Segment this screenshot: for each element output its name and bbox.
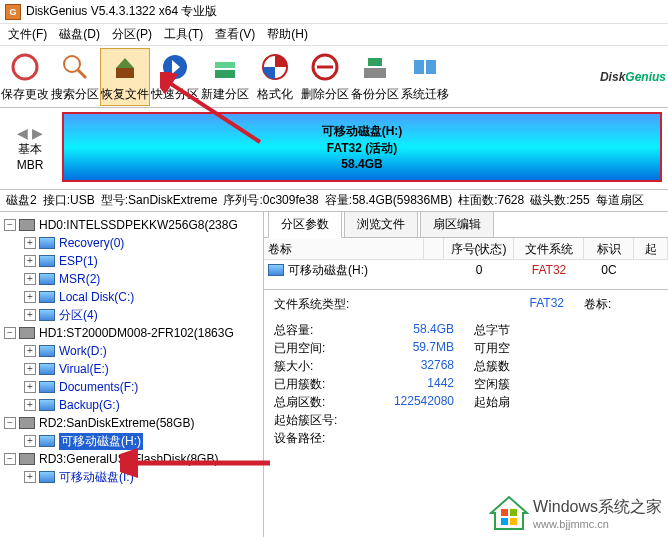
expand-icon[interactable]: +: [24, 363, 36, 375]
menu-view[interactable]: 查看(V): [209, 24, 261, 45]
grid-header: 卷标 序号(状态) 文件系统 标识 起: [264, 238, 668, 260]
col-empty[interactable]: [424, 238, 444, 259]
expand-icon[interactable]: +: [24, 471, 36, 483]
tree-disk-hd0[interactable]: −HD0:INTELSSDPEKKW256G8(238G: [2, 216, 261, 234]
tabs: 分区参数 浏览文件 扇区编辑: [264, 212, 668, 238]
col-fs[interactable]: 文件系统: [514, 238, 584, 259]
expand-icon[interactable]: +: [24, 309, 36, 321]
tab-sector[interactable]: 扇区编辑: [420, 212, 494, 237]
menu-file[interactable]: 文件(F): [2, 24, 53, 45]
fstype-label: 文件系统类型:: [274, 296, 364, 314]
title-bar: G DiskGenius V5.4.3.1322 x64 专业版: [0, 0, 668, 24]
watermark-title: Windows系统之家: [533, 497, 662, 518]
brand-logo: DiskGenius: [600, 54, 666, 88]
right-panel: 分区参数 浏览文件 扇区编辑 卷标 序号(状态) 文件系统 标识 起 可移动磁盘…: [264, 212, 668, 537]
menu-disk[interactable]: 磁盘(D): [53, 24, 106, 45]
tree-disk-rd3[interactable]: −RD3:GeneralUSBFlashDisk(8GB): [2, 450, 261, 468]
tool-save[interactable]: 保存更改: [0, 48, 50, 106]
tree-disk-rd2[interactable]: −RD2:SanDiskExtreme(58GB): [2, 414, 261, 432]
tab-params[interactable]: 分区参数: [268, 212, 342, 238]
cell-volume: 可移动磁盘(H:): [264, 260, 424, 281]
tree-part[interactable]: +分区(4): [2, 306, 261, 324]
expand-icon[interactable]: +: [24, 399, 36, 411]
disk-mbr: MBR: [17, 158, 44, 172]
expand-icon[interactable]: +: [24, 237, 36, 249]
status-diskno: 磁盘2: [6, 192, 37, 209]
partition-icon: [39, 291, 55, 303]
svg-rect-3: [116, 68, 134, 78]
svg-line-2: [78, 70, 86, 78]
expand-icon[interactable]: +: [24, 435, 36, 447]
nav-arrows-icon[interactable]: ◀ ▶: [17, 125, 43, 141]
partition-fs: FAT32 (活动): [327, 140, 397, 157]
tab-browse[interactable]: 浏览文件: [344, 212, 418, 237]
tool-backup[interactable]: 备份分区: [350, 48, 400, 106]
svg-rect-18: [501, 509, 508, 516]
partition-icon: [39, 345, 55, 357]
svg-rect-8: [215, 62, 235, 68]
tree-part[interactable]: +ESP(1): [2, 252, 261, 270]
tree-part[interactable]: +Documents(F:): [2, 378, 261, 396]
recover-icon: [108, 50, 142, 84]
svg-rect-15: [426, 60, 436, 74]
svg-rect-12: [364, 68, 386, 78]
collapse-icon[interactable]: −: [4, 327, 16, 339]
tree-part[interactable]: +MSR(2): [2, 270, 261, 288]
tree-part-selected[interactable]: +可移动磁盘(H:): [2, 432, 261, 450]
partition-icon: [39, 363, 55, 375]
expand-icon[interactable]: +: [24, 273, 36, 285]
search-icon: [58, 50, 92, 84]
menu-partition[interactable]: 分区(P): [106, 24, 158, 45]
collapse-icon[interactable]: −: [4, 453, 16, 465]
tool-recover[interactable]: 恢复文件: [100, 48, 150, 106]
tool-migrate[interactable]: 系统迁移: [400, 48, 450, 106]
tool-search[interactable]: 搜索分区: [50, 48, 100, 106]
tool-format[interactable]: 格式化: [250, 48, 300, 106]
disk-type: 基本: [18, 141, 42, 158]
partition-icon: [39, 399, 55, 411]
svg-rect-13: [368, 58, 382, 66]
tree-part[interactable]: +Work(D:): [2, 342, 261, 360]
app-icon: G: [5, 4, 21, 20]
tree-part[interactable]: +Backup(G:): [2, 396, 261, 414]
status-capacity: 容量:58.4GB(59836MB): [325, 192, 452, 209]
status-serial: 序列号:0c309fe38: [223, 192, 318, 209]
col-seq[interactable]: 序号(状态): [444, 238, 514, 259]
new-icon: [208, 50, 242, 84]
tool-quick[interactable]: 快速分区: [150, 48, 200, 106]
partition-icon: [39, 309, 55, 321]
collapse-icon[interactable]: −: [4, 219, 16, 231]
tree-disk-hd1[interactable]: −HD1:ST2000DM008-2FR102(1863G: [2, 324, 261, 342]
menu-tools[interactable]: 工具(T): [158, 24, 209, 45]
tree-part[interactable]: +可移动磁盘(I:): [2, 468, 261, 486]
expand-icon[interactable]: +: [24, 291, 36, 303]
toolbar: 保存更改 搜索分区 恢复文件 快速分区 新建分区 格式化 删除分区 备份分区 系…: [0, 46, 668, 108]
grid-row[interactable]: 可移动磁盘(H:) 0 FAT32 0C: [264, 260, 668, 280]
expand-icon[interactable]: +: [24, 345, 36, 357]
cell-flag: 0C: [584, 261, 634, 279]
partition-bar[interactable]: 可移动磁盘(H:) FAT32 (活动) 58.4GB: [62, 112, 662, 182]
disk-tree[interactable]: −HD0:INTELSSDPEKKW256G8(238G +Recovery(0…: [0, 212, 264, 537]
hdd-icon: [19, 219, 35, 231]
col-volume[interactable]: 卷标: [264, 238, 424, 259]
svg-rect-21: [510, 518, 517, 525]
format-icon: [258, 50, 292, 84]
tree-part[interactable]: +Local Disk(C:): [2, 288, 261, 306]
window-title: DiskGenius V5.4.3.1322 x64 专业版: [26, 3, 217, 20]
tree-part[interactable]: +Virual(E:): [2, 360, 261, 378]
col-start[interactable]: 起: [634, 238, 668, 259]
col-flag[interactable]: 标识: [584, 238, 634, 259]
tree-part[interactable]: +Recovery(0): [2, 234, 261, 252]
tool-delete[interactable]: 删除分区: [300, 48, 350, 106]
vollabel-label: 卷标:: [584, 296, 658, 314]
disk-map: ◀ ▶ 基本 MBR 可移动磁盘(H:) FAT32 (活动) 58.4GB: [0, 108, 668, 190]
fstype-value: FAT32: [364, 296, 584, 314]
menu-help[interactable]: 帮助(H): [261, 24, 314, 45]
status-heads: 磁头数:255: [530, 192, 589, 209]
collapse-icon[interactable]: −: [4, 417, 16, 429]
expand-icon[interactable]: +: [24, 381, 36, 393]
svg-rect-19: [510, 509, 517, 516]
tool-new[interactable]: 新建分区: [200, 48, 250, 106]
svg-point-1: [64, 56, 80, 72]
expand-icon[interactable]: +: [24, 255, 36, 267]
